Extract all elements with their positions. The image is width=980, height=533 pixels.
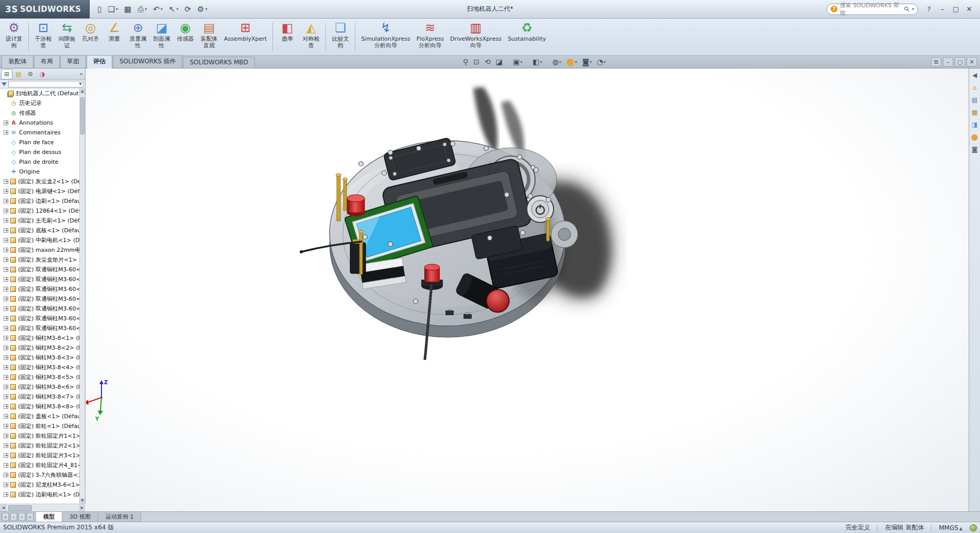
expander-icon[interactable] [4, 492, 8, 497]
tree-item[interactable]: (固定) 盖板<1> (Défaut [0, 411, 79, 421]
expander-icon[interactable] [4, 297, 8, 301]
tree-item[interactable]: (固定) 双通铜柱M3-60< [0, 304, 79, 314]
expander-icon[interactable] [4, 209, 8, 213]
tree-item[interactable]: 扫地机器人二代 (Défaut<显 [0, 89, 79, 98]
expander-icon[interactable] [4, 130, 8, 135]
tree-item[interactable]: (固定) 双通铜柱M3-60< [0, 294, 79, 304]
doc-cascade-button[interactable]: ⧉ [931, 57, 941, 66]
tree-item[interactable]: Annotations [0, 118, 79, 128]
zoom-area-icon[interactable]: ⊡ [471, 57, 482, 67]
expander-icon[interactable] [4, 218, 8, 223]
robot-vacuum-model[interactable] [300, 137, 578, 360]
prev-tab-button[interactable]: ‹ [10, 513, 18, 521]
graphics-viewport[interactable]: Z X Y [86, 68, 969, 511]
view-settings-icon[interactable]: ◔▾ [595, 57, 608, 67]
headsup-button[interactable] [506, 57, 510, 67]
right-hub[interactable] [551, 221, 578, 248]
tree-item[interactable]: (固定) 前轮固定片1<1> [0, 431, 79, 441]
doc-minimize-button[interactable]: – [943, 57, 953, 66]
undo-button[interactable]: ↶▾ [150, 3, 165, 16]
expander-icon[interactable] [4, 267, 8, 272]
tree-item[interactable]: (固定) 铜柱M3-8<4> (D [0, 363, 79, 372]
expander-icon[interactable] [4, 306, 8, 311]
doc-tab-3d-views[interactable]: 3D 视图 [62, 512, 98, 522]
tree-item[interactable]: (固定) 边刷电机<1> (Dé [0, 490, 79, 500]
viewport-3d[interactable]: Z X Y [86, 68, 969, 511]
expander-icon[interactable] [4, 316, 8, 321]
tree-item[interactable]: (固定) 双通铜柱M3-60< [0, 274, 79, 284]
edit-appearance-icon[interactable]: ⬤▾ [564, 57, 579, 67]
doc-tab-motion-study[interactable]: 运动算例 1 [98, 512, 142, 522]
search-input[interactable]: ? 搜索 SOLIDWORKS 帮助 ⚲ ▾ [827, 4, 918, 15]
open-document-button[interactable]: ❏▾ [106, 3, 121, 16]
ribbon-simulationxpress[interactable]: ↯ SimulationXpress 分析向导 [358, 20, 414, 54]
tree-item[interactable]: (固定) 双通铜柱M3-60< [0, 265, 79, 274]
ribbon-sustainability[interactable]: ♻ Sustainability [505, 20, 549, 54]
headsup-button[interactable] [545, 57, 549, 67]
tree-item[interactable]: (固定) 前轮固定片4_81< [0, 460, 79, 470]
tree-item[interactable]: (固定) 边刷<1> (Défaut [0, 196, 79, 206]
ribbon-clearance-verify[interactable]: ⇆ 间隙验 证 [55, 20, 79, 54]
solidworks-resources-icon[interactable]: ⌂ [970, 83, 979, 92]
expander-icon[interactable] [4, 365, 8, 370]
filter-input[interactable]: ▼ [8, 81, 83, 88]
tree-item[interactable]: (固定) 主毛刷<1> (Défa [0, 216, 79, 226]
file-explorer-icon[interactable]: ▦ [970, 108, 979, 117]
options-button[interactable]: ⚙▾ [195, 3, 210, 16]
ribbon-hole-alignment[interactable]: ◎ 孔对齐 [79, 20, 102, 54]
tab-propertymanager[interactable]: ▤ [13, 69, 24, 79]
ribbon-measure[interactable]: ∠ 测量 [102, 20, 126, 54]
scroll-thumb[interactable] [8, 505, 32, 511]
headsup-button[interactable] [525, 57, 529, 67]
tree-item[interactable]: Plan de dessus [0, 147, 79, 157]
units-selector[interactable]: MMGS▲ [939, 524, 962, 531]
tab-evaluate[interactable]: 评估 [87, 55, 112, 68]
tab-solidworks-addins[interactable]: SOLIDWORKS 插件 [113, 55, 182, 68]
tree-item[interactable]: (固定) 铜柱M3-8<7> (D [0, 392, 79, 402]
ribbon-floxpress[interactable]: ≋ FloXpress 分析向导 [414, 20, 447, 54]
expander-icon[interactable] [4, 443, 8, 448]
expander-icon[interactable] [4, 121, 8, 125]
tree-item[interactable]: (固定) 双通铜柱M3-60< [0, 323, 79, 333]
expander-icon[interactable] [4, 326, 8, 331]
expander-icon[interactable] [4, 355, 8, 360]
expander-icon[interactable] [4, 189, 8, 194]
tree-item[interactable]: 历史记录 [0, 98, 79, 108]
expander-icon[interactable] [4, 473, 8, 477]
new-document-button[interactable]: ▯ [95, 3, 104, 16]
taskpane-collapse-icon[interactable]: ◀ [970, 71, 979, 80]
expander-icon[interactable] [4, 336, 8, 340]
expander-icon[interactable] [4, 228, 8, 233]
tree-item[interactable]: (固定) 3-7六角联轴器<1 [0, 470, 79, 480]
status-badge-icon[interactable] [970, 524, 977, 531]
tree-item[interactable]: (固定) 铜柱M3-8<3> (D [0, 353, 79, 363]
close-button[interactable]: ✕ [962, 4, 976, 15]
tab-displaymanager[interactable]: ◑ [37, 69, 48, 79]
expander-icon[interactable] [4, 287, 8, 291]
tab-solidworks-mbd[interactable]: SOLIDWORKS MBD [183, 57, 254, 68]
expander-icon[interactable] [4, 257, 8, 262]
tab-layout[interactable]: 布局 [34, 55, 60, 68]
tree-item[interactable]: Plan de droite [0, 157, 79, 167]
previous-view-icon[interactable]: ⟲ [483, 57, 493, 67]
save-document-button[interactable]: ▦ [122, 3, 134, 16]
first-tab-button[interactable]: « [2, 513, 9, 521]
expander-icon[interactable] [4, 424, 8, 428]
rebuild-button[interactable]: ⟳ [182, 3, 194, 16]
ribbon-sensors[interactable]: ◉ 传感器 [174, 20, 197, 54]
scroll-right-icon[interactable]: ▶ [79, 504, 85, 511]
tree-item[interactable]: (固定) 电源键<1> (Défa [0, 186, 79, 196]
tree-vertical-scrollbar[interactable]: ▲ ▼ [79, 89, 85, 504]
ribbon-compare-documents[interactable]: ❏ 比较文 档 [329, 20, 352, 54]
tree-item[interactable]: (固定) 中刷电机<1> (Dé [0, 235, 79, 245]
expander-icon[interactable] [4, 414, 8, 419]
tree-item[interactable]: (固定) 铜柱M3-8<1> (D [0, 333, 79, 343]
tree-item[interactable]: (固定) 双通铜柱M3-60< [0, 314, 79, 323]
red-cylinder-left[interactable] [347, 195, 365, 216]
tree-item[interactable]: (固定) 前轮固定片3<1> [0, 451, 79, 460]
ribbon-curvature[interactable]: ◧ 曲率 [276, 20, 299, 54]
search-icon[interactable]: ⚲ [903, 5, 912, 13]
select-tool-button[interactable]: ↖▾ [166, 3, 181, 16]
zoom-fit-icon[interactable]: ⚲ [461, 57, 470, 67]
section-view-icon[interactable]: ◪ [494, 57, 505, 67]
